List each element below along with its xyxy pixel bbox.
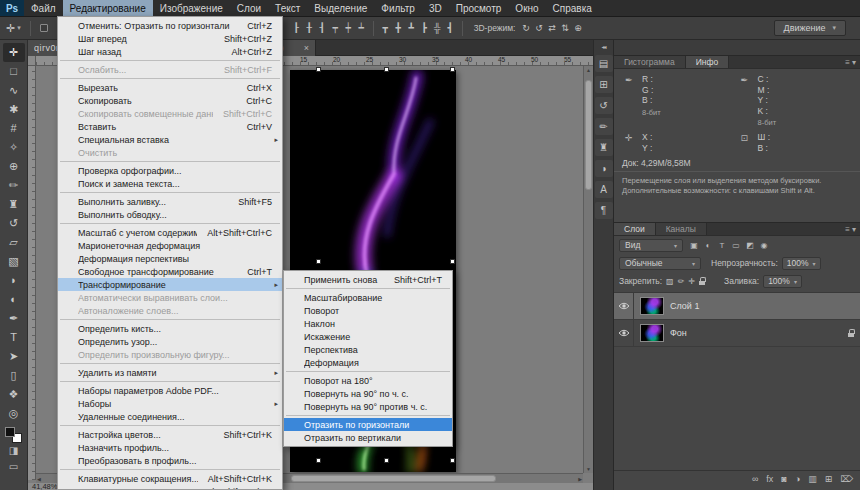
filter-pixel-layers-icon[interactable]: ▣: [687, 241, 701, 250]
tab-layers[interactable]: Слои: [614, 223, 656, 235]
transform-submenu-item[interactable]: Деформация: [284, 356, 452, 369]
menubar-item[interactable]: Справка: [546, 0, 599, 16]
panel-menu-icon[interactable]: ≡: [845, 225, 850, 234]
edit-menu-item[interactable]: ВырезатьCtrl+X: [58, 81, 282, 94]
menubar-item[interactable]: Фильтр: [374, 0, 422, 16]
adjustment-layer-icon[interactable]: ◑: [795, 474, 800, 484]
distribute-vertical-centers-icon[interactable]: ╋: [392, 23, 405, 33]
lock-pixels-icon[interactable]: ✏: [678, 277, 685, 286]
transform-handle[interactable]: [450, 458, 455, 463]
filter-smart-objects-icon[interactable]: ◩: [743, 241, 757, 250]
brush-presets-icon[interactable]: ✏: [595, 118, 613, 135]
healing-brush-tool[interactable]: ⊕: [3, 157, 25, 176]
delete-layer-icon[interactable]: ⌦: [840, 474, 853, 484]
filter-toggle-icon[interactable]: ◉: [757, 241, 771, 250]
edit-menu-item[interactable]: Масштаб с учетом содержимогоAlt+Shift+Ct…: [58, 226, 282, 239]
layer-row[interactable]: Слой 1: [614, 293, 860, 320]
edit-menu-item[interactable]: Клавиатурные сокращения...Alt+Shift+Ctrl…: [58, 472, 282, 485]
marquee-tool[interactable]: □: [3, 62, 25, 81]
transform-submenu-item[interactable]: Наклон: [284, 317, 452, 330]
transform-submenu-item[interactable]: Повернуть на 90° по ч. с.: [284, 387, 452, 400]
edit-menu-item[interactable]: СкопироватьCtrl+C: [58, 94, 282, 107]
edit-menu-item[interactable]: Наборы▸: [58, 397, 282, 410]
edit-menu-item[interactable]: Скопировать совмещенные данныеShift+Ctrl…: [58, 107, 282, 120]
clone-source-icon[interactable]: ♜: [595, 139, 613, 156]
edit-menu-item[interactable]: Удалить из памяти▸: [58, 366, 282, 379]
edit-menu-item[interactable]: Деформация перспективы: [58, 252, 282, 265]
transform-submenu-item[interactable]: Отразить по горизонтали: [284, 418, 452, 431]
transform-handle[interactable]: [316, 458, 321, 463]
transform-submenu-item[interactable]: Масштабирование: [284, 291, 452, 304]
3d-drag-icon[interactable]: ⇄: [545, 23, 558, 33]
edit-menu-item[interactable]: Очистить: [58, 146, 282, 159]
align-horizontal-centers-icon[interactable]: ┿: [342, 23, 355, 33]
menubar-item[interactable]: Выделение: [307, 0, 374, 16]
gradient-tool[interactable]: ▧: [3, 252, 25, 271]
scroll-down-icon[interactable]: ▼: [586, 466, 591, 472]
tab-info[interactable]: Инфо: [686, 56, 730, 68]
menubar-item[interactable]: Файл: [24, 0, 63, 16]
histogram-icon[interactable]: ▤: [595, 55, 613, 72]
transform-submenu-item[interactable]: Отразить по вертикали: [284, 431, 452, 444]
transform-submenu-item[interactable]: Применить сноваShift+Ctrl+T: [284, 273, 452, 286]
edit-menu-item[interactable]: Специальная вставка▸: [58, 133, 282, 146]
collapse-dock-icon[interactable]: ◂◂: [601, 40, 605, 53]
clone-stamp-tool[interactable]: ♜: [3, 195, 25, 214]
hand-tool[interactable]: ❖: [3, 385, 25, 404]
filter-adjustment-layers-icon[interactable]: ◐: [701, 241, 715, 250]
edit-menu-item[interactable]: Проверка орфографии...: [58, 164, 282, 177]
menubar-item[interactable]: Слои: [230, 0, 268, 16]
screen-mode-icon[interactable]: ▭: [3, 459, 25, 475]
scroll-up-icon[interactable]: ▲: [586, 67, 591, 73]
scroll-right-icon[interactable]: ▶: [578, 476, 582, 482]
transform-submenu-item[interactable]: Поворот: [284, 304, 452, 317]
transform-handle[interactable]: [450, 259, 455, 264]
edit-menu-item[interactable]: Определить кисть...: [58, 322, 282, 335]
character-icon[interactable]: А: [595, 181, 613, 198]
zoom-tool[interactable]: ◎: [3, 404, 25, 423]
tab-histogram[interactable]: Гистограмма: [614, 56, 686, 68]
menubar-item[interactable]: Текст: [268, 0, 307, 16]
horizontal-scroll-thumb[interactable]: [291, 475, 496, 482]
history-brush-tool[interactable]: ↺: [3, 214, 25, 233]
vertical-scrollbar[interactable]: ▲ ▼: [583, 66, 593, 473]
align-right-edges-icon[interactable]: ┨: [316, 23, 329, 33]
blend-mode-select[interactable]: Обычные ▾: [619, 257, 701, 270]
edit-menu-item[interactable]: Автоналожение слоев...: [58, 304, 282, 317]
transform-submenu-item[interactable]: Искажение: [284, 330, 452, 343]
edit-menu-item[interactable]: Трансформирование▸: [58, 278, 282, 291]
foreground-color-swatch[interactable]: [5, 427, 15, 437]
3d-scale-icon[interactable]: ⊕: [571, 23, 584, 33]
blur-tool[interactable]: ◗: [3, 271, 25, 290]
opacity-field[interactable]: 100% ▾: [782, 257, 821, 270]
color-swatches[interactable]: [5, 427, 22, 443]
edit-menu-item[interactable]: Преобразовать в профиль...: [58, 454, 282, 467]
zoom-level[interactable]: 41,48%: [32, 482, 57, 490]
edit-menu-item[interactable]: Поиск и замена текста...: [58, 177, 282, 190]
move-tool[interactable]: ✛: [3, 43, 25, 62]
lock-position-icon[interactable]: ✛: [688, 277, 695, 286]
history-icon[interactable]: ↺: [595, 97, 613, 114]
layer-thumbnail[interactable]: [640, 324, 664, 342]
link-layers-icon[interactable]: ∞: [752, 474, 758, 484]
transform-handle[interactable]: [384, 67, 389, 72]
menubar-item[interactable]: Редактирование: [63, 0, 153, 16]
align-top-edges-icon[interactable]: ┯: [329, 23, 342, 33]
distribute-bottom-icon[interactable]: ┻: [405, 23, 418, 33]
menubar-item[interactable]: 3D: [422, 0, 449, 16]
layer-visibility-toggle[interactable]: [614, 293, 634, 319]
transform-submenu-item[interactable]: Поворот на 180°: [284, 374, 452, 387]
menubar-item[interactable]: Окно: [508, 0, 545, 16]
transform-handle[interactable]: [316, 67, 321, 72]
align-left-edges-icon[interactable]: ┠: [290, 23, 303, 33]
3d-rotate-icon[interactable]: ↻: [519, 23, 532, 33]
transform-submenu-item[interactable]: Перспектива: [284, 343, 452, 356]
3d-slide-icon[interactable]: ⇅: [558, 23, 571, 33]
layer-row[interactable]: Фон: [614, 320, 860, 347]
edit-menu-item[interactable]: ВставитьCtrl+V: [58, 120, 282, 133]
layer-effects-icon[interactable]: fx: [766, 474, 773, 484]
new-layer-icon[interactable]: ⊞: [825, 474, 833, 484]
crop-tool[interactable]: #: [3, 119, 25, 138]
path-selection-tool[interactable]: ➤: [3, 347, 25, 366]
lock-transparency-icon[interactable]: ▨: [666, 277, 674, 286]
